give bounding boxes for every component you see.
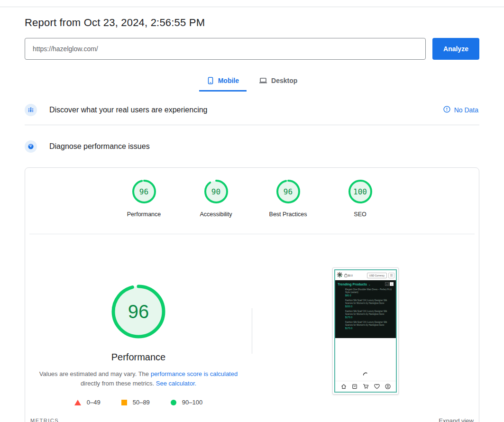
metrics-column-right: Expand view Largest Contentful Paint [259,416,475,422]
metrics-column-left: METRICS First Contentful Paint [29,416,245,422]
seo-gauge: 100 [348,179,373,204]
legend-fail: 0–49 [74,399,101,406]
wishlist-heart-icon [374,384,380,389]
performance-summary-column: 96 Performance Values are estimated and … [25,234,252,406]
tab-mobile-label: Mobile [218,77,239,84]
score-calc-link[interactable]: performance score is calculated [151,370,238,377]
thumbnail-content-area [335,338,396,381]
diagnose-gauge-icon [25,140,37,153]
cart-icon [363,384,369,389]
performance-big-gauge: 96 [110,283,167,340]
page-top-divider [0,7,504,7]
thumbnail-cart: $0.0 [344,274,353,277]
category-scores: 96 Performance 90 Accessibility 96 Best … [25,179,479,218]
performance-panel-title: Performance [111,352,166,363]
performance-score-value: 96 [110,283,167,340]
legend-pass: 90–100 [171,399,202,406]
no-data-label: No Data [454,106,478,114]
info-icon [443,106,450,114]
site-logo-icon [337,271,343,280]
loading-spinner-icon [363,369,368,378]
real-users-icon [25,104,37,116]
performance-gauge: 96 [131,179,157,204]
url-bar: Analyze [25,38,479,60]
see-calculator-link[interactable]: See calculator. [156,380,196,387]
lab-data-section-header: Diagnose performance issues [25,136,479,157]
carousel-prev-icon: ‹ [385,282,389,286]
thumbnail-site-header: $0.0 USD Currency ☰ [335,270,396,280]
category-label: SEO [354,211,366,218]
product-item: Elegant One-Shoulder Maxi Dress – Perfec… [345,288,394,297]
shop-bag-icon [352,384,357,389]
home-icon [341,384,347,389]
trending-caret-icon: ⌄ [368,283,371,286]
category-accessibility[interactable]: 90 Accessibility [196,179,237,218]
field-data-section-header: Discover what your real users are experi… [25,99,479,121]
mobile-phone-icon [207,77,214,84]
tab-desktop[interactable]: Desktop [251,72,305,92]
score-disclaimer: Values are estimated and may vary. The p… [36,369,241,388]
score-legend: 0–49 50–89 90–100 [74,399,202,406]
average-square-icon [121,400,127,405]
final-screenshot-thumbnail[interactable]: $0.0 USD Currency ☰ Trending Products ⌄ … [332,267,399,394]
product-item: Fashion Silk Scarf '24 | Luxury Designer… [345,321,394,330]
report-title: Report from Oct 23, 2024, 2:56:55 PM [25,17,479,29]
thumbnail-menu-icon: ☰ [388,273,394,278]
thumbnail-bottom-nav [335,381,396,392]
device-tabs: Mobile Desktop [25,72,479,92]
trending-title: Trending Products [338,283,367,286]
metrics-heading: METRICS [30,418,59,422]
best-practices-gauge: 96 [275,179,301,204]
screenshot-column: $0.0 USD Currency ☰ Trending Products ⌄ … [252,234,479,406]
category-label: Best Practices [269,211,307,218]
product-item: Fashion Silk Scarf '24 | Luxury Designer… [345,310,394,319]
trending-products-panel: Trending Products ⌄ ‹ › Elegant One-Shou… [335,280,396,338]
url-input[interactable] [25,38,426,60]
fail-triangle-icon [74,400,81,405]
category-label: Performance [127,211,161,218]
field-data-section-title: Discover what your real users are experi… [49,106,207,114]
accessibility-gauge: 90 [203,179,229,204]
category-best-practices[interactable]: 96 Best Practices [268,179,309,218]
expand-view-button[interactable]: Expand view [439,417,474,422]
category-performance[interactable]: 96 Performance [124,179,165,218]
category-label: Accessibility [200,211,232,218]
tab-desktop-label: Desktop [271,77,297,84]
lab-data-section-title: Diagnose performance issues [49,142,150,151]
currency-selector: USD Currency [367,273,387,278]
account-icon [385,384,391,389]
carousel-next-icon: › [390,282,394,286]
pass-circle-icon [171,400,176,405]
legend-average: 50–89 [121,399,150,406]
desktop-laptop-icon [259,77,267,84]
tab-mobile[interactable]: Mobile [199,72,247,92]
section-divider [25,125,479,125]
no-data-link[interactable]: No Data [443,106,479,114]
report-card: 96 Performance 90 Accessibility 96 Best … [25,167,479,422]
product-item: Fashion Silk Scarf '24 | Luxury Designer… [345,299,394,308]
category-seo[interactable]: 100 SEO [340,179,381,218]
analyze-button[interactable]: Analyze [432,38,479,60]
